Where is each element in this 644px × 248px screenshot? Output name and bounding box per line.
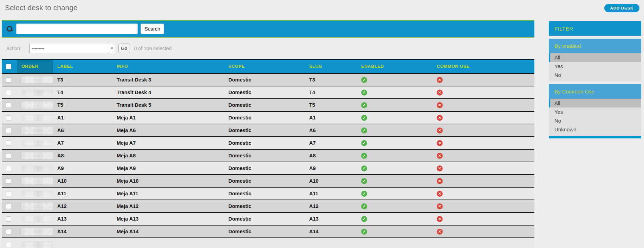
- cell-info: Meja A9: [112, 162, 224, 175]
- chevron-down-icon: ▼: [109, 44, 115, 53]
- cell-scope: Domestic: [224, 111, 305, 124]
- cell-slug: A9: [305, 162, 357, 175]
- cross-circle-icon: ✕: [437, 191, 443, 197]
- column-header-enabled[interactable]: ENABLED: [357, 59, 432, 73]
- row-checkbox[interactable]: [6, 141, 11, 146]
- table-row: A7 Meja A7 Domestic A7 ✓ ✕: [2, 137, 534, 149]
- order-field[interactable]: [21, 165, 53, 172]
- cell-label[interactable]: T5: [53, 99, 112, 111]
- order-field[interactable]: [21, 215, 53, 222]
- column-header-label[interactable]: LABEL: [53, 59, 112, 73]
- order-field[interactable]: [21, 228, 53, 235]
- check-circle-icon: ✓: [361, 229, 367, 235]
- filter-option-no[interactable]: No: [549, 116, 641, 125]
- order-field[interactable]: [21, 102, 53, 109]
- search-icon: [6, 26, 13, 32]
- filter-option-yes[interactable]: Yes: [549, 107, 641, 116]
- filter-option-all[interactable]: All: [549, 99, 641, 107]
- row-checkbox[interactable]: [6, 216, 11, 222]
- order-field[interactable]: [21, 127, 53, 134]
- cell-label[interactable]: A9: [53, 162, 112, 175]
- cell-info: Meja A6: [112, 124, 224, 137]
- table-row: A12 Meja A12 Domestic A12 ✓ ✕: [2, 200, 534, 213]
- selection-status: 0 of 100 selected: [134, 46, 172, 51]
- row-checkbox[interactable]: [6, 229, 11, 234]
- cell-label[interactable]: A13: [53, 213, 112, 225]
- cell-label[interactable]: A12: [53, 200, 112, 213]
- cross-circle-icon: ✕: [437, 229, 443, 235]
- order-field[interactable]: [21, 177, 53, 184]
- order-field[interactable]: [21, 139, 53, 146]
- table-row: T3 Transit Desk 3 Domestic T3 ✓ ✕: [2, 73, 534, 86]
- order-field[interactable]: [21, 114, 53, 121]
- order-field[interactable]: [21, 190, 53, 197]
- row-checkbox[interactable]: [6, 77, 11, 83]
- cell-label[interactable]: A6: [53, 124, 112, 137]
- table-row: A10 Meja A10 Domestic A10 ✓ ✕: [2, 175, 534, 187]
- row-checkbox[interactable]: [6, 103, 11, 108]
- cell-slug: T3: [305, 73, 357, 86]
- filter-option-unknown[interactable]: Unknown: [549, 125, 641, 134]
- row-checkbox[interactable]: [6, 90, 11, 95]
- cell-slug: A6: [305, 124, 357, 137]
- check-circle-icon: ✓: [361, 102, 367, 108]
- column-header-info[interactable]: INFO: [112, 59, 224, 73]
- row-checkbox[interactable]: [6, 204, 11, 209]
- filter-option-list: AllYesNoUnknown: [549, 99, 641, 136]
- action-select[interactable]: --------- ▼: [29, 44, 115, 53]
- action-label: Action:: [6, 46, 21, 51]
- table-row: A13 Meja A13 Domestic A13 ✓ ✕: [2, 213, 534, 225]
- cell-info: [112, 238, 224, 248]
- check-circle-icon: ✓: [361, 178, 367, 184]
- cell-scope: Domestic: [224, 149, 305, 162]
- row-checkbox[interactable]: [6, 166, 11, 171]
- filter-option-no[interactable]: No: [549, 71, 641, 79]
- add-desk-button[interactable]: ADD DESK: [604, 4, 639, 12]
- cross-circle-icon: ✕: [437, 77, 443, 83]
- cell-label[interactable]: A14: [53, 225, 112, 238]
- search-input[interactable]: [16, 24, 138, 34]
- check-circle-icon: ✓: [361, 153, 367, 159]
- cell-slug: T5: [305, 99, 357, 111]
- search-button[interactable]: Search: [141, 24, 164, 34]
- table-row: A14 Meja A14 Domestic A14 ✓ ✕: [2, 225, 534, 238]
- order-field[interactable]: [21, 203, 53, 210]
- search-bar: Search: [2, 20, 534, 38]
- cell-label[interactable]: A10: [53, 175, 112, 187]
- row-checkbox[interactable]: [6, 191, 11, 196]
- row-checkbox[interactable]: [6, 128, 11, 133]
- cell-label[interactable]: A11: [53, 187, 112, 200]
- cell-scope: [224, 238, 305, 248]
- row-checkbox[interactable]: [6, 242, 11, 247]
- order-field[interactable]: [21, 241, 53, 248]
- check-circle-icon: ✓: [361, 77, 367, 83]
- page-title: Select desk to change: [5, 4, 78, 12]
- cell-info: Meja A7: [112, 137, 224, 149]
- cell-label[interactable]: T4: [53, 86, 112, 99]
- order-field[interactable]: [21, 76, 53, 83]
- cell-label[interactable]: T3: [53, 73, 112, 86]
- column-header-slug[interactable]: SLUG: [305, 59, 357, 73]
- cell-scope: Domestic: [224, 175, 305, 187]
- cell-label[interactable]: A7: [53, 137, 112, 149]
- cell-slug: A12: [305, 200, 357, 213]
- column-header-order[interactable]: ORDER: [17, 59, 53, 73]
- table-row: A8 Meja A8 Domestic A8 ✓ ✕: [2, 149, 534, 162]
- row-checkbox[interactable]: [6, 153, 11, 158]
- column-header-common-use[interactable]: COMMON USE: [432, 59, 534, 73]
- row-checkbox[interactable]: [6, 178, 11, 184]
- table-row-clipped: [2, 238, 534, 248]
- row-checkbox[interactable]: [6, 115, 11, 120]
- cell-label[interactable]: A8: [53, 149, 112, 162]
- order-field[interactable]: [21, 152, 53, 159]
- cell-slug: A7: [305, 137, 357, 149]
- column-header-scope[interactable]: SCOPE: [224, 59, 305, 73]
- go-button[interactable]: Go: [118, 44, 130, 53]
- cell-scope: Domestic: [224, 200, 305, 213]
- filter-option-yes[interactable]: Yes: [549, 62, 641, 71]
- order-field[interactable]: [21, 89, 53, 96]
- cell-label[interactable]: A1: [53, 111, 112, 124]
- select-all-checkbox[interactable]: [6, 64, 11, 69]
- filter-option-all[interactable]: All: [549, 53, 641, 62]
- cell-label[interactable]: [53, 238, 112, 248]
